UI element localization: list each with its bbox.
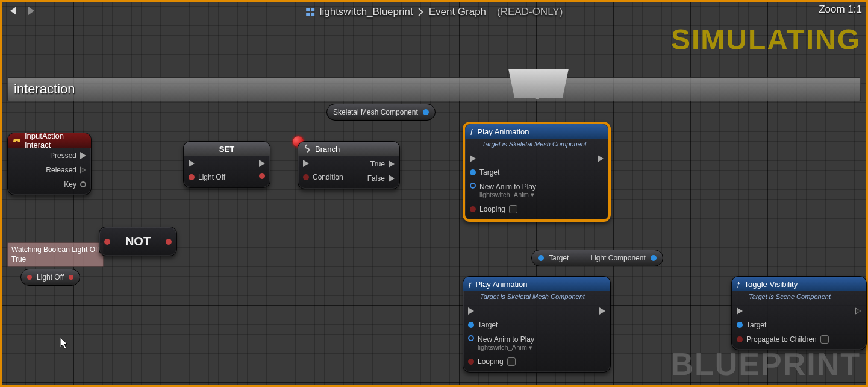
node-set[interactable]: SET Light Off	[183, 141, 270, 188]
pin-target[interactable]: Target	[737, 321, 829, 329]
pin-exec-in[interactable]	[737, 307, 829, 315]
comment-box-header[interactable]: interaction	[7, 77, 861, 101]
pin-exec-in[interactable]	[468, 307, 534, 315]
pin-looping[interactable]: Looping	[470, 205, 536, 213]
blueprint-canvas[interactable]: lightswitch_Blueprint Event Graph (READ-…	[0, 0, 868, 387]
function-icon: ƒ	[468, 279, 472, 289]
gamepad-icon	[13, 136, 21, 146]
pin-in[interactable]	[104, 239, 110, 245]
crumb-blueprint[interactable]: lightswitch_Blueprint	[320, 6, 413, 18]
target-label: Target	[549, 254, 569, 262]
node-title: Play Animation	[478, 127, 529, 136]
getter-label: Skeletal Mesh Component	[333, 108, 418, 116]
pin-out-icon[interactable]	[69, 275, 73, 280]
svg-marker-13	[60, 338, 67, 348]
looping-checkbox[interactable]	[507, 357, 516, 366]
node-title: SET	[219, 145, 234, 154]
nav-back-icon[interactable]	[8, 5, 19, 19]
node-skeletalmesh-getter[interactable]: Skeletal Mesh Component	[326, 104, 436, 121]
node-lightoff-getter[interactable]: Light Off	[20, 269, 80, 286]
node-subtitle: Target is Scene Component	[732, 291, 866, 304]
pin-target[interactable]: Target	[470, 168, 536, 177]
pin-exec-out[interactable]	[855, 307, 861, 315]
blueprint-watermark: BLUEPRINT	[670, 346, 861, 382]
pin-released[interactable]: Released	[46, 166, 86, 174]
node-not[interactable]: NOT	[99, 227, 177, 256]
top-bar: lightswitch_Blueprint Event Graph (READ-…	[2, 2, 866, 22]
pin-in-icon[interactable]	[538, 255, 544, 261]
node-title: Toggle Visibility	[745, 280, 798, 289]
pin-propagate[interactable]: Propagate to Children	[737, 335, 829, 344]
pin-key[interactable]: Key	[46, 180, 86, 189]
function-icon: ƒ	[470, 127, 474, 136]
branch-icon	[303, 144, 311, 154]
node-playanimation-2[interactable]: ƒ Play Animation Target is Skeletal Mesh…	[463, 276, 611, 373]
svg-rect-1	[311, 8, 314, 11]
function-icon: ƒ	[737, 279, 741, 289]
svg-rect-0	[306, 8, 310, 11]
node-branch[interactable]: Branch Condition True False	[298, 141, 400, 189]
node-subtitle: Target is Skeletal Mesh Component	[465, 139, 608, 151]
node-subtitle: Target is Skeletal Mesh Component	[463, 291, 610, 304]
crumb-graph[interactable]: Event Graph	[429, 6, 486, 18]
chevron-right-icon	[418, 8, 424, 16]
pin-exec-in[interactable]	[189, 160, 225, 167]
pin-in-icon	[27, 275, 32, 280]
pin-exec-in[interactable]	[470, 155, 536, 162]
comment-title: interaction	[14, 81, 75, 97]
getter-label: Light Off	[37, 273, 64, 282]
readonly-label: (READ-ONLY)	[497, 6, 563, 18]
pin-false[interactable]: False	[367, 174, 395, 183]
pin-out-icon[interactable]	[651, 255, 657, 261]
node-title: InputAction Interact	[25, 131, 86, 149]
simulating-watermark: SIMULATING	[671, 23, 861, 56]
pin-looping[interactable]: Looping	[468, 357, 534, 366]
node-title: Branch	[315, 145, 340, 154]
node-title: Play Animation	[476, 280, 528, 289]
pin-exec-out[interactable]	[598, 155, 604, 162]
pin-target[interactable]: Target	[468, 321, 534, 329]
propagate-checkbox[interactable]	[820, 335, 829, 344]
breadcrumb: lightswitch_Blueprint Event Graph (READ-…	[305, 6, 563, 18]
node-playanimation-1[interactable]: ƒ Play Animation Target is Skeletal Mesh…	[463, 122, 611, 222]
blueprint-icon	[305, 7, 315, 17]
pin-exec-in[interactable]	[303, 160, 343, 167]
pin-lightoff-in[interactable]: Light Off	[189, 173, 225, 181]
node-inputaction[interactable]: InputAction Interact Pressed Released Ke…	[7, 133, 92, 195]
lightcomp-label: Light Component	[590, 254, 645, 262]
pin-out-icon[interactable]	[423, 109, 429, 115]
pin-pressed[interactable]: Pressed	[46, 151, 86, 160]
node-lightcomponent-getter[interactable]: Target Light Component	[531, 250, 663, 266]
zoom-label: Zoom 1:1	[819, 4, 862, 16]
pin-true[interactable]: True	[367, 160, 395, 168]
svg-rect-2	[306, 13, 310, 16]
pin-condition[interactable]: Condition	[303, 173, 343, 181]
svg-rect-3	[311, 13, 314, 16]
watch-tooltip: Watching Boolean Light Off True	[7, 242, 104, 267]
cursor-icon	[60, 338, 69, 350]
nav-forward-icon[interactable]	[25, 5, 36, 19]
looping-checkbox[interactable]	[509, 205, 517, 213]
pin-newanim[interactable]: New Anim to Play lightswitch_Anim ▾	[468, 335, 534, 351]
pin-value-out[interactable]	[259, 173, 265, 179]
pin-exec-out[interactable]	[259, 160, 265, 167]
node-togglevisibility[interactable]: ƒ Toggle Visibility Target is Scene Comp…	[731, 276, 867, 350]
not-label: NOT	[125, 234, 151, 248]
pin-out[interactable]	[166, 239, 172, 245]
pin-exec-out[interactable]	[599, 307, 605, 315]
pin-newanim[interactable]: New Anim to Play lightswitch_Anim ▾	[470, 183, 536, 199]
